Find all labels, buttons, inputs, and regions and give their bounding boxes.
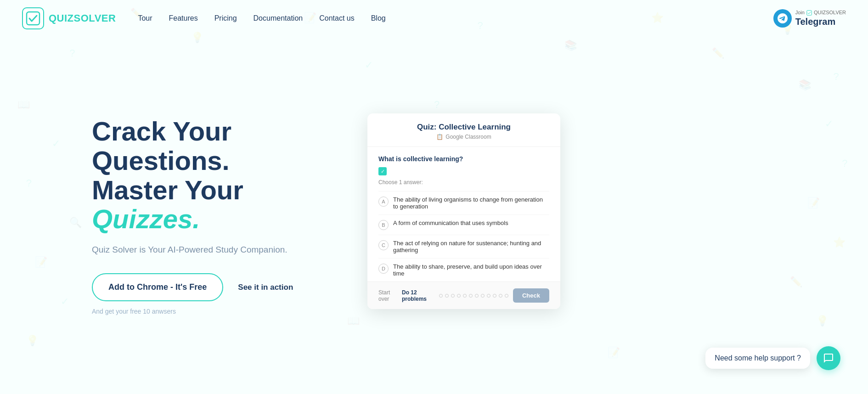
hero-title-quizzes: Quizzes. — [92, 204, 200, 234]
quiz-card-body: What is collective learning? ✓ Choose 1 … — [367, 147, 560, 281]
telegram-icon — [773, 9, 792, 28]
help-chat-button[interactable] — [817, 346, 840, 370]
dot-8 — [481, 294, 485, 298]
dot-10 — [493, 294, 496, 298]
quiz-question: What is collective learning? — [378, 155, 549, 163]
quiz-card-source: 📋 Google Classroom — [378, 134, 549, 140]
dot-3 — [451, 294, 455, 298]
source-label: Google Classroom — [445, 134, 491, 140]
quiz-choose-label: Choose 1 answer: — [378, 179, 549, 186]
dot-7 — [475, 294, 479, 298]
navbar: QUIZSOLVER Tour Features Pricing Documen… — [0, 0, 868, 37]
logo-text: QUIZSOLVER — [49, 12, 116, 24]
help-bubble: Need some help support ? — [705, 346, 840, 370]
chat-icon — [823, 353, 834, 364]
svg-rect-0 — [27, 12, 39, 25]
telegram-name-label: Telegram — [795, 16, 846, 27]
hero-note: And get your free 10 anwsers — [92, 308, 331, 315]
option-c-letter: C — [378, 240, 389, 250]
hero-title-line2-static: Master Your — [92, 175, 243, 205]
do-problems-label: Do 12 problems — [402, 289, 434, 302]
help-text: Need some help support ? — [705, 348, 810, 369]
svg-rect-1 — [807, 11, 812, 16]
option-d-letter: D — [378, 264, 389, 274]
quiz-option-c: C The act of relying on nature for suste… — [378, 235, 549, 258]
hero-subtitle: Quiz Solver is Your AI-Powered Study Com… — [92, 245, 331, 255]
progress-dots — [439, 294, 508, 298]
dot-9 — [487, 294, 490, 298]
quiz-card-footer: Start over Do 12 problems Check — [367, 281, 560, 309]
nav-links: Tour Features Pricing Documentation Cont… — [138, 14, 773, 23]
quiz-checkbox-row: ✓ — [378, 167, 549, 175]
logo-icon — [22, 7, 44, 29]
telegram-text: Join QUIZSOLVER Telegram — [795, 10, 846, 27]
source-icon: 📋 — [436, 134, 443, 140]
dot-6 — [469, 294, 473, 298]
nav-tour[interactable]: Tour — [138, 14, 152, 23]
quiz-option-d: D The ability to share, preserve, and bu… — [378, 258, 549, 281]
quiz-card-header: Quiz: Collective Learning 📋 Google Class… — [367, 113, 560, 147]
nav-blog[interactable]: Blog — [371, 14, 386, 23]
see-in-action-link[interactable]: See it in action — [238, 283, 293, 292]
check-button[interactable]: Check — [513, 288, 549, 303]
option-c-text: The act of relying on nature for sustena… — [393, 240, 549, 253]
start-over-label: Start over — [378, 289, 397, 302]
quiz-card-title: Quiz: Collective Learning — [378, 123, 549, 132]
quiz-card: Quiz: Collective Learning 📋 Google Class… — [367, 113, 560, 309]
hero-left: Crack Your Questions. Master Your Quizze… — [92, 117, 331, 315]
option-b-letter: B — [378, 220, 389, 230]
option-b-text: A form of communication that uses symbol… — [393, 220, 508, 226]
option-d-text: The ability to share, preserve, and buil… — [393, 263, 549, 277]
logo[interactable]: QUIZSOLVER — [22, 7, 116, 29]
hero-buttons: Add to Chrome - It's Free See it in acti… — [92, 273, 331, 301]
quiz-option-b: B A form of communication that uses symb… — [378, 214, 549, 235]
dot-1 — [439, 294, 443, 298]
quiz-answered-checkbox: ✓ — [378, 167, 387, 175]
nav-features[interactable]: Features — [169, 14, 198, 23]
quiz-option-a: A The ability of living organisms to cha… — [378, 191, 549, 214]
hero-title: Crack Your Questions. Master Your Quizze… — [92, 117, 331, 234]
nav-contact[interactable]: Contact us — [319, 14, 354, 23]
telegram-button[interactable]: Join QUIZSOLVER Telegram — [773, 9, 846, 28]
hero-section: Crack Your Questions. Master Your Quizze… — [0, 37, 868, 386]
dot-2 — [445, 294, 449, 298]
dot-11 — [499, 294, 502, 298]
option-a-letter: A — [378, 197, 389, 207]
hero-title-line1: Crack Your Questions. — [92, 116, 231, 175]
telegram-join-label: Join QUIZSOLVER — [795, 10, 846, 16]
dot-12 — [505, 294, 508, 298]
dot-5 — [463, 294, 467, 298]
nav-documentation[interactable]: Documentation — [254, 14, 303, 23]
option-a-text: The ability of living organisms to chang… — [393, 196, 549, 210]
nav-pricing[interactable]: Pricing — [214, 14, 237, 23]
dot-4 — [457, 294, 461, 298]
add-to-chrome-button[interactable]: Add to Chrome - It's Free — [92, 273, 223, 301]
